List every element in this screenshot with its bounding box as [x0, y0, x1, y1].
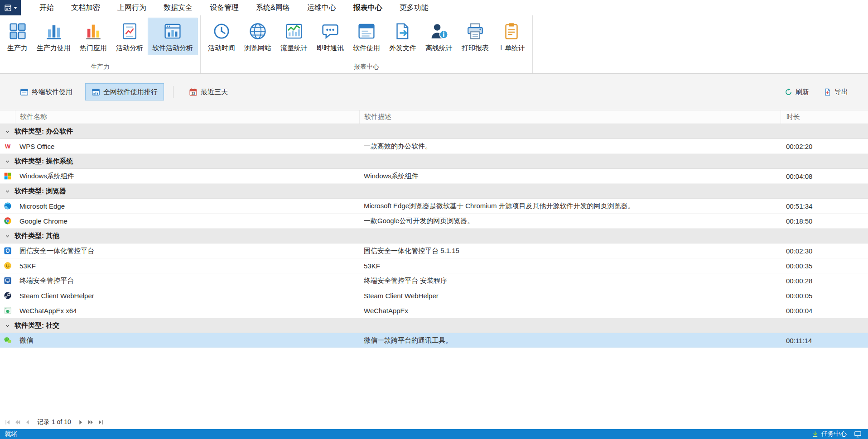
ribbon-item-label: 热门应用	[80, 44, 107, 52]
activity-time-icon	[212, 22, 231, 41]
menu-tab-6[interactable]: 运维中心	[299, 0, 345, 15]
pager-prev-button[interactable]	[24, 419, 31, 425]
table-body: 软件类型: 办公软件WWPS Office一款高效的办公软件。00:02:20软…	[0, 124, 868, 415]
pager-next-page-button[interactable]	[87, 419, 94, 425]
ribbon-group-label: 报表中心	[202, 62, 531, 73]
button-label: 全网软件使用排行	[103, 88, 158, 96]
software-duration: 00:00:04	[781, 307, 868, 315]
group-row[interactable]: 软件类型: 社交	[0, 318, 868, 333]
pager: 记录 1 of 10	[0, 415, 868, 429]
ribbon-item-activity-analysis[interactable]: 活动分析	[111, 18, 148, 55]
network-software-rank-icon	[92, 88, 100, 96]
menu-tab-2[interactable]: 上网行为	[109, 0, 155, 15]
monitor-icon[interactable]	[854, 430, 862, 438]
chevron-down-icon	[5, 233, 10, 239]
table-row[interactable]: Microsoft EdgeMicrosoft Edge浏览器是微软基于 Chr…	[0, 199, 868, 214]
ribbon-item-outgoing-files[interactable]: 外发文件	[385, 18, 421, 55]
svg-text:W: W	[5, 143, 10, 150]
ribbon-item-browse-website[interactable]: 浏览网站	[240, 18, 276, 55]
button-label: 刷新	[796, 88, 809, 96]
ribbon-item-software-activity[interactable]: 软件活动分析	[148, 18, 198, 55]
windows-icon	[4, 172, 12, 180]
table-row[interactable]: 53KF53KF00:00:35	[0, 258, 868, 273]
toolbar: 终端软件使用全网软件使用排行 23最近三天 刷新 导出	[0, 74, 868, 110]
pager-last-button[interactable]	[97, 419, 104, 425]
table-row[interactable]: Windows系统组件Windows系统组件00:04:08	[0, 169, 868, 184]
software-desc: 一款高效的办公软件。	[359, 142, 781, 151]
software-desc: 一款Google公司开发的网页浏览器。	[359, 217, 781, 225]
productivity-icon	[8, 22, 27, 41]
network-software-rank-button[interactable]: 全网软件使用排行	[85, 83, 164, 100]
pager-first-button[interactable]	[5, 419, 11, 425]
app-icon-cell: W	[0, 142, 15, 150]
ribbon-item-hot-apps[interactable]: 热门应用	[75, 18, 111, 55]
pager-record-text: 记录 1 of 10	[37, 418, 71, 426]
steam-icon	[4, 291, 12, 300]
menu-tab-7[interactable]: 报表中心	[345, 0, 391, 15]
ribbon-item-work-order[interactable]: 工单统计	[493, 18, 530, 55]
ribbon-item-activity-time[interactable]: 活动时间	[203, 18, 240, 55]
ribbon-item-print-report[interactable]: 打印报表	[457, 18, 493, 55]
export-icon	[824, 88, 831, 96]
app-icon-cell	[0, 247, 15, 255]
pager-prev-page-button[interactable]	[14, 419, 21, 425]
ribbon: 生产力生产力使用热门应用活动分析软件活动分析生产力活动时间浏览网站流量统计即时通…	[0, 15, 868, 74]
app-menu-button[interactable]	[0, 0, 21, 15]
task-center-label: 任务中心	[821, 430, 847, 438]
table-row[interactable]: 终端安全管控平台终端安全管控平台 安装程序00:00:28	[0, 273, 868, 288]
task-center-button[interactable]: 任务中心	[812, 430, 847, 438]
ribbon-item-label: 活动时间	[208, 44, 235, 52]
menu-tab-5[interactable]: 系统&网络	[247, 0, 299, 15]
activity-analysis-icon	[120, 22, 139, 41]
software-duration: 00:00:05	[781, 292, 868, 300]
app-icon-cell	[0, 336, 15, 344]
app-icon-cell	[0, 291, 15, 300]
column-header-software-name[interactable]: 软件名称	[15, 110, 359, 124]
group-row[interactable]: 软件类型: 浏览器	[0, 184, 868, 199]
software-desc: Steam Client WebHelper	[359, 292, 781, 300]
column-header-duration[interactable]: 时长	[781, 110, 868, 124]
ribbon-item-label: 生产力使用	[37, 44, 71, 52]
menu-tab-3[interactable]: 数据安全	[155, 0, 201, 15]
app-menu-icon	[4, 4, 12, 12]
menu-tab-4[interactable]: 设备管理	[201, 0, 247, 15]
group-label: 软件类型: 操作系统	[14, 157, 73, 166]
table-row[interactable]: 微信微信一款跨平台的通讯工具。00:11:14	[0, 333, 868, 348]
ribbon-item-offline-stats[interactable]: 离线统计	[421, 18, 457, 55]
download-arrow-icon	[812, 431, 819, 438]
group-row[interactable]: 软件类型: 操作系统	[0, 154, 868, 169]
table-row[interactable]: Steam Client WebHelperSteam Client WebHe…	[0, 288, 868, 303]
table-header: 软件名称 软件描述 时长	[0, 110, 868, 124]
menu-tab-0[interactable]: 开始	[31, 0, 63, 15]
software-desc: 微信一款跨平台的通讯工具。	[359, 336, 781, 345]
ribbon-item-label: 离线统计	[425, 44, 453, 52]
software-duration: 00:51:34	[781, 202, 868, 210]
app-icon-cell	[0, 262, 15, 270]
date-range-button[interactable]: 23最近三天	[183, 83, 234, 100]
software-duration: 00:18:50	[781, 217, 868, 225]
ribbon-item-traffic-stats[interactable]: 流量统计	[276, 18, 312, 55]
terminal-software-usage-button[interactable]: 终端软件使用	[14, 83, 79, 100]
menu-tab-8[interactable]: 更多功能	[391, 0, 437, 15]
button-label: 最近三天	[201, 88, 228, 96]
group-row[interactable]: 软件类型: 其他	[0, 229, 868, 243]
export-button[interactable]: 导出	[817, 83, 854, 100]
ribbon-item-software-usage[interactable]: 软件使用	[348, 18, 385, 55]
table-row[interactable]: WeChatAppEx x64WeChatAppEx00:00:04	[0, 303, 868, 318]
software-duration: 00:04:08	[781, 172, 868, 180]
group-label: 软件类型: 其他	[14, 232, 59, 240]
ribbon-item-label: 软件使用	[353, 44, 380, 52]
software-name: 53KF	[15, 262, 359, 270]
table-row[interactable]: Google Chrome一款Google公司开发的网页浏览器。00:18:50	[0, 214, 868, 229]
column-header-software-desc[interactable]: 软件描述	[359, 110, 781, 124]
pager-next-button[interactable]	[77, 419, 84, 425]
ribbon-item-productivity-usage[interactable]: 生产力使用	[32, 18, 75, 55]
group-row[interactable]: 软件类型: 办公软件	[0, 124, 868, 139]
table-row[interactable]: 固信安全一体化管控平台固信安全一体化管控平台 5.1.1500:02:30	[0, 243, 868, 258]
wps-icon: W	[4, 142, 12, 150]
table-row[interactable]: WWPS Office一款高效的办公软件。00:02:20	[0, 139, 868, 154]
refresh-button[interactable]: 刷新	[778, 83, 815, 100]
menu-tab-1[interactable]: 文档加密	[63, 0, 109, 15]
ribbon-item-productivity[interactable]: 生产力	[3, 18, 32, 55]
ribbon-item-im[interactable]: 即时通讯	[312, 18, 348, 55]
